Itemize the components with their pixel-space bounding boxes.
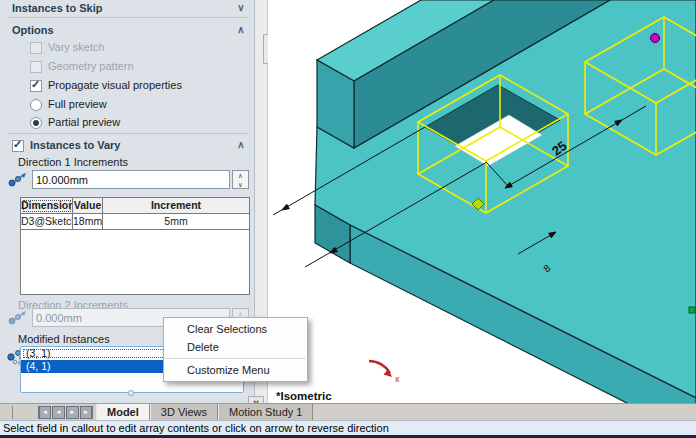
table-header-dimension: Dimension <box>21 198 73 214</box>
nav-next-icon[interactable]: ► <box>66 406 79 419</box>
chevron-up-icon[interactable]: ∧ <box>234 24 248 35</box>
spin-down-icon[interactable]: ∨ <box>233 180 248 189</box>
divider <box>12 406 13 419</box>
check-icon: ✓ <box>13 138 22 151</box>
vertex-marker <box>689 307 695 313</box>
table-header-increment: Increment <box>103 198 249 214</box>
checkbox-geometry-pattern[interactable]: ✓ <box>30 61 42 73</box>
radio-label: Full preview <box>48 98 107 110</box>
app-window: Instances to Skip ∨ Options ∧ ✓ Vary ske… <box>0 0 696 438</box>
table-header-row: Dimension Value Increment <box>21 198 249 214</box>
modified-instances-label: Modified Instances <box>18 333 110 345</box>
view-orientation-label: *Isometric <box>276 390 332 402</box>
divider <box>8 133 248 134</box>
menu-item-customize-menu[interactable]: Customize Menu <box>164 361 307 379</box>
group-header-instances-to-skip[interactable]: Instances to Skip <box>12 2 102 14</box>
panel-resize-handle[interactable] <box>128 390 134 396</box>
reverse-arrow-label: x <box>395 374 400 384</box>
radio-label: Partial preview <box>48 116 120 128</box>
table-cell-value[interactable]: 18mm <box>73 214 103 230</box>
table-cell-increment[interactable]: 5mm <box>103 214 249 230</box>
group-header-options[interactable]: Options <box>12 24 54 36</box>
divider <box>8 17 248 18</box>
spacing-icon <box>7 171 29 188</box>
tab-nav-buttons: ◄ ◄ ► ► <box>38 406 93 419</box>
tab-motion-study-1[interactable]: Motion Study 1 <box>218 404 313 421</box>
table-cell-dimension[interactable]: D3@Sketch <box>21 214 73 230</box>
tab-model[interactable]: Model <box>96 404 150 421</box>
radio-full-preview[interactable] <box>30 99 42 111</box>
table-header-value: Value <box>73 198 103 214</box>
direction1-increments-label: Direction 1 Increments <box>18 156 128 168</box>
pattern-point-marker <box>651 34 660 43</box>
increments-table: Dimension Value Increment D3@Sketch 18mm… <box>20 197 250 295</box>
tabs: Model 3D Views Motion Study 1 <box>96 404 313 421</box>
tab-3d-views[interactable]: 3D Views <box>150 404 218 421</box>
check-icon: ✓ <box>31 78 40 91</box>
context-menu: Clear Selections Delete Customize Menu <box>163 317 308 382</box>
direction1-increment-input[interactable] <box>32 170 230 189</box>
radio-partial-preview[interactable] <box>30 117 42 129</box>
spin-up-icon[interactable]: ∧ <box>233 171 248 180</box>
menu-item-delete[interactable]: Delete <box>164 338 307 356</box>
checkbox-propagate-visual-properties[interactable]: ✓ <box>30 80 42 92</box>
chevron-up-icon[interactable]: ∧ <box>234 139 248 150</box>
graphics-area[interactable]: 25 8 x <box>268 0 696 403</box>
nav-first-icon[interactable]: ◄ <box>38 406 51 419</box>
direction1-spinner[interactable]: ∧ ∨ <box>232 170 249 189</box>
document-tab-bar: ◄ ◄ ► ► Model 3D Views Motion Study 1 <box>0 403 696 420</box>
table-row: D3@Sketch 18mm 5mm <box>21 214 249 230</box>
checkbox-label: Vary sketch <box>48 41 105 53</box>
checkbox-vary-sketch[interactable]: ✓ <box>30 42 42 54</box>
nav-prev-icon[interactable]: ◄ <box>52 406 65 419</box>
menu-separator <box>165 358 306 359</box>
radio-dot <box>33 120 39 126</box>
checkbox-label: Geometry pattern <box>48 60 134 72</box>
chevron-down-icon[interactable]: ∨ <box>234 2 248 13</box>
reverse-direction-arrow[interactable]: x <box>369 361 400 384</box>
nav-last-icon[interactable]: ► <box>80 406 93 419</box>
checkbox-instances-to-vary[interactable]: ✓ <box>12 140 24 152</box>
group-header-instances-to-vary[interactable]: Instances to Vary <box>30 139 121 151</box>
menu-item-clear-selections[interactable]: Clear Selections <box>164 320 307 338</box>
status-bar: Select field in callout to edit array co… <box>0 420 696 435</box>
checkbox-label: Propagate visual properties <box>48 79 182 91</box>
spacing-icon <box>7 309 29 326</box>
